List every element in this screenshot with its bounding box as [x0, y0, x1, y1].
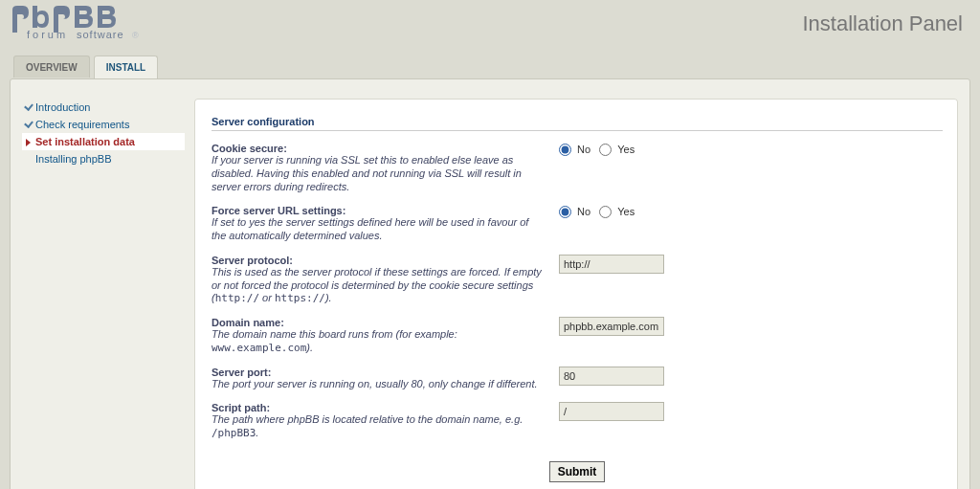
cookie-secure-no-label[interactable]: No [577, 144, 590, 155]
domain-name-label: Domain name: [212, 317, 544, 328]
svg-text:forum: forum [27, 29, 68, 40]
domain-name-desc: The domain name this board runs from (fo… [212, 328, 544, 355]
server-port-desc: The port your server is running on, usua… [212, 378, 544, 391]
cookie-secure-desc: If your server is running via SSL set th… [212, 154, 544, 193]
cookie-secure-yes-label[interactable]: Yes [617, 144, 635, 155]
server-protocol-label: Server protocol: [212, 255, 544, 266]
script-path-input[interactable] [559, 402, 664, 421]
svg-text:®: ® [132, 31, 139, 40]
force-url-desc: If set to yes the server settings define… [212, 216, 544, 243]
server-protocol-input[interactable] [559, 255, 664, 274]
force-url-no-radio[interactable] [559, 206, 571, 218]
submit-button[interactable] [549, 461, 606, 482]
sidebar-item-check-requirements[interactable]: Check requirements [35, 119, 129, 130]
tab-overview[interactable]: OVERVIEW [13, 56, 90, 78]
main-panel: Server configuration Cookie secure: If y… [194, 99, 958, 489]
sidebar-item-set-installation-data[interactable]: Set installation data [35, 136, 135, 147]
cookie-secure-yes-radio[interactable] [599, 144, 612, 156]
force-url-yes-label[interactable]: Yes [617, 206, 635, 217]
svg-text:software: software [77, 29, 124, 40]
tab-install[interactable]: INSTALL [94, 56, 158, 78]
sidebar-item-installing-phpbb[interactable]: Installing phpBB [35, 153, 112, 165]
sidebar: Introduction Check requirements Set inst… [22, 99, 185, 167]
force-url-no-label[interactable]: No [577, 206, 590, 217]
force-url-label: Force server URL settings: [212, 205, 544, 216]
server-protocol-desc: This is used as the server protocol if t… [212, 266, 544, 305]
domain-name-input[interactable] [559, 317, 664, 336]
sidebar-item-introduction[interactable]: Introduction [35, 101, 90, 113]
server-port-label: Server port: [212, 367, 544, 378]
cookie-secure-label: Cookie secure: [212, 143, 544, 154]
phpbb-logo: forum software ® [10, 0, 142, 50]
script-path-desc: The path where phpBB is located relative… [212, 413, 544, 440]
cookie-secure-no-radio[interactable] [559, 144, 571, 156]
page-title: Installation Panel [802, 11, 963, 36]
force-url-yes-radio[interactable] [599, 206, 612, 218]
script-path-label: Script path: [212, 402, 544, 413]
fieldset-legend: Server configuration [212, 112, 943, 131]
server-port-input[interactable] [559, 367, 664, 386]
